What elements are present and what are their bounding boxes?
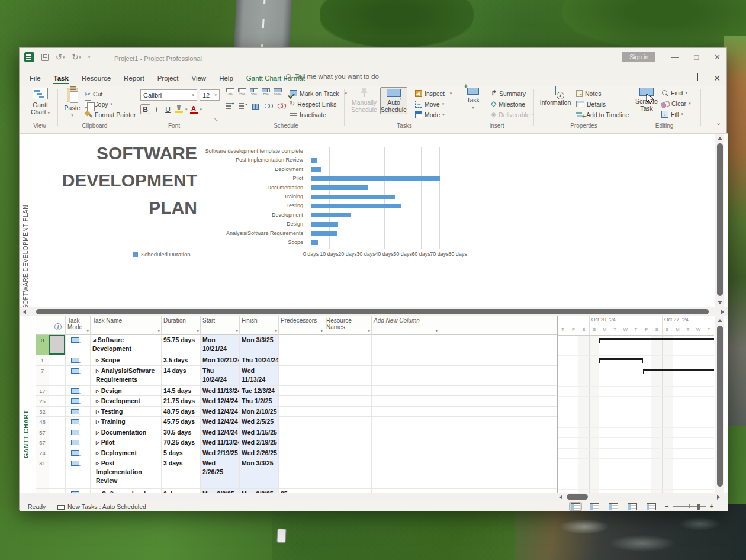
percent-100-button[interactable]: 100% [273, 88, 282, 98]
task-res-cell[interactable] [324, 407, 372, 417]
task-dur-cell[interactable]: 14 days [162, 366, 201, 385]
task-add-cell[interactable] [372, 437, 439, 448]
task-res-cell[interactable] [324, 386, 372, 396]
chart-bar[interactable] [311, 213, 351, 217]
task-num-cell[interactable]: 57 [36, 427, 49, 437]
zoom-out-button[interactable]: − [665, 503, 668, 510]
selected-cell[interactable] [49, 335, 65, 355]
task-start-cell[interactable]: Wed 12/4/24 [201, 417, 240, 427]
scroll-left-arrow[interactable] [560, 495, 562, 500]
gantt-horizontal-scrollbar[interactable] [20, 493, 728, 501]
gantt-timeline[interactable]: Oct 20, '24Oct 27, '24TFSSMTWTFSSMTWT [558, 316, 714, 493]
task-add-cell[interactable] [372, 355, 439, 365]
unlink-tasks-icon[interactable] [278, 102, 285, 109]
indent-task-icon[interactable] [226, 102, 233, 109]
task-res-cell[interactable] [324, 417, 372, 427]
link-tasks-icon[interactable] [265, 102, 272, 109]
task-dur-cell[interactable]: 21.75 days [162, 396, 201, 406]
task-finish-cell[interactable]: Wed 1/15/25 [240, 427, 279, 437]
task-add-cell[interactable] [372, 366, 439, 385]
percent-25-button[interactable]: 25% [237, 88, 247, 98]
team-planner-view-button[interactable] [607, 502, 620, 511]
task-mode-cell[interactable] [66, 407, 91, 417]
task-mode-cell[interactable] [66, 417, 91, 427]
format-painter-button[interactable]: Format Painter [85, 110, 136, 119]
task-num-cell[interactable]: 17 [36, 386, 49, 396]
column-header-dur[interactable]: Duration▾ [162, 316, 201, 335]
task-res-cell[interactable] [324, 427, 372, 437]
scroll-up-arrow[interactable] [718, 137, 722, 140]
chart-bar[interactable] [311, 158, 317, 163]
inspect-button[interactable]: Inspect▾ [415, 89, 452, 98]
expand-triangle-icon[interactable]: ▷ [96, 366, 99, 375]
expand-triangle-icon[interactable]: ▷ [96, 397, 99, 405]
tell-me-search[interactable]: Tell me what you want to do [286, 73, 379, 80]
tab-report[interactable]: Report [117, 72, 151, 84]
task-num-cell[interactable]: 74 [36, 448, 49, 458]
chart-bar[interactable] [311, 176, 440, 181]
milestone-button[interactable]: ◇Milestone [491, 99, 525, 108]
column-header-add[interactable]: Add New Column▾ [372, 316, 439, 335]
task-info-cell[interactable] [49, 458, 66, 488]
inactivate-button[interactable]: Inactivate [290, 110, 326, 119]
expand-triangle-icon[interactable]: ▷ [96, 356, 99, 365]
task-start-cell[interactable]: Wed 2/26/25 [201, 458, 240, 488]
summary-task-bar[interactable] [599, 338, 714, 343]
bold-button[interactable]: B [140, 104, 150, 114]
task-name-cell[interactable]: ▷Post Implementation Review [91, 458, 162, 488]
task-pred-cell[interactable] [279, 335, 324, 355]
task-res-cell[interactable] [324, 448, 372, 458]
restore-document-button[interactable] [697, 73, 698, 81]
scroll-right-arrow[interactable] [721, 310, 724, 314]
scroll-left-arrow[interactable] [23, 310, 26, 314]
percent-75-button[interactable]: 75% [261, 88, 271, 98]
tab-file[interactable]: File [23, 72, 47, 84]
task-dur-cell[interactable]: 95.75 days [162, 335, 201, 355]
split-task-icon[interactable] [252, 102, 259, 109]
expand-triangle-icon[interactable]: ▷ [96, 417, 99, 426]
chevron-down-icon[interactable]: ▾ [275, 327, 277, 334]
task-num-cell[interactable]: 32 [36, 407, 49, 417]
minimize-button[interactable]: — [671, 53, 679, 62]
task-dur-cell[interactable]: 45.75 days [162, 417, 201, 427]
chart-bar[interactable] [311, 240, 318, 245]
task-dur-cell[interactable]: 3.5 days [162, 355, 201, 365]
task-res-cell[interactable] [324, 366, 372, 385]
task-info-cell[interactable] [49, 366, 66, 385]
task-add-cell[interactable] [372, 448, 439, 458]
task-add-cell[interactable] [372, 386, 439, 396]
task-info-cell[interactable] [49, 386, 66, 396]
task-num-cell[interactable]: 67 [36, 437, 49, 448]
task-num-cell[interactable]: 0 [36, 335, 49, 355]
task-num-cell[interactable]: 7 [36, 366, 49, 385]
expand-triangle-icon[interactable]: ▷ [96, 407, 99, 416]
gantt-chart-view-button[interactable]: Gantt Chart ▾ [27, 88, 54, 116]
paste-button[interactable]: Paste▾ [62, 88, 82, 118]
task-pred-cell[interactable] [279, 417, 324, 427]
task-res-cell[interactable] [324, 396, 372, 406]
fill-button[interactable]: ↓Fill▾ [661, 110, 683, 118]
notes-button[interactable]: Notes [576, 89, 601, 98]
task-info-cell[interactable] [49, 355, 66, 365]
details-button[interactable]: Details [576, 99, 606, 108]
task-finish-cell[interactable]: Mon 2/10/25 [240, 407, 279, 417]
task-add-cell[interactable] [372, 335, 439, 355]
chevron-down-icon[interactable]: ▾ [320, 327, 323, 334]
task-pred-cell[interactable] [279, 407, 324, 417]
scrollbar-thumb[interactable] [717, 326, 723, 487]
gantt-chart-view-button[interactable] [569, 502, 582, 511]
respect-links-button[interactable]: ↻Respect Links [290, 99, 336, 108]
chevron-down-icon[interactable]: ▾ [200, 107, 202, 112]
close-document-button[interactable]: ✕ [713, 73, 721, 83]
duration-bar-chart[interactable]: 0 days10 days20 days30 days40 days50 day… [203, 147, 481, 274]
task-finish-cell[interactable]: Mon 3/3/25 [240, 335, 279, 355]
customize-qat-button[interactable]: ▾ [88, 55, 91, 60]
task-name-cell[interactable]: ▷Analysis/Software Requirements [91, 366, 162, 385]
task-info-cell[interactable] [49, 427, 66, 437]
font-size-combo[interactable]: 12▾ [200, 89, 220, 101]
task-pred-cell[interactable] [279, 448, 324, 458]
expand-triangle-icon[interactable]: ▷ [96, 428, 99, 437]
font-color-button[interactable]: A [189, 104, 199, 114]
task-num-cell[interactable]: 81 [36, 458, 49, 488]
task-mode-cell[interactable] [66, 366, 91, 385]
